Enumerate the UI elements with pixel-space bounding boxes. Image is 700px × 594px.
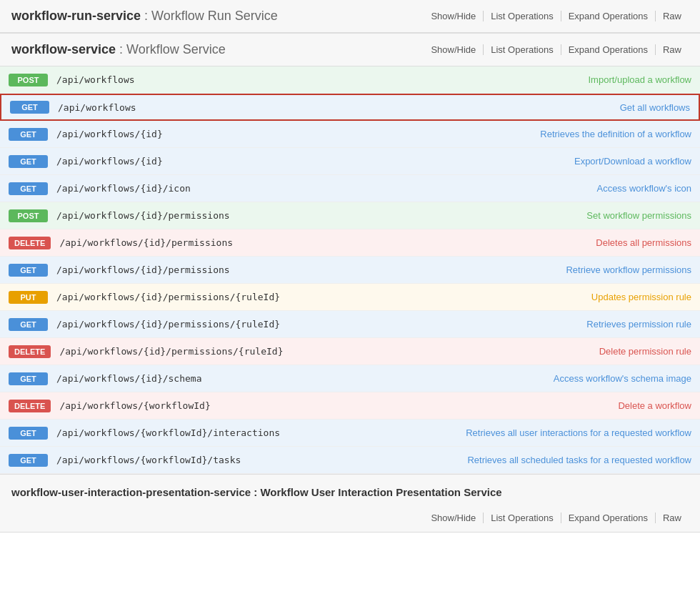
method-badge-get: GET (9, 128, 48, 141)
workflow-run-service-section: workflow-run-service : Workflow Run Serv… (0, 0, 700, 34)
operation-get-api-workflows-id-permissions-ruleid[interactable]: GET /api/workflows/{id}/permissions/{rul… (0, 311, 700, 338)
workflow-service-list-ops-link[interactable]: List Operations (484, 44, 561, 55)
footer-list-ops-link[interactable]: List Operations (484, 513, 561, 523)
footer-raw-link[interactable]: Raw (656, 513, 689, 523)
operation-path: /api/workflows/{id} (56, 129, 529, 139)
workflow-run-service-header: workflow-run-service : Workflow Run Serv… (0, 0, 700, 33)
workflow-run-service-actions: Show/Hide List Operations Expand Operati… (424, 11, 689, 21)
operation-desc: Access workflow's schema image (554, 373, 691, 384)
workflow-run-service-name-normal: Workflow Run Service (151, 9, 278, 23)
operation-desc: Delete permission rule (599, 346, 691, 357)
workflow-user-interaction-service-title: workflow-user-interaction-presentation-s… (11, 486, 689, 498)
method-badge-delete: DELETE (9, 345, 51, 358)
operation-get-api-workflows-id-schema[interactable]: GET /api/workflows/{id}/schema Access wo… (0, 365, 700, 392)
operation-delete-api-workflows-id-permissions-ruleid[interactable]: DELETE /api/workflows/{id}/permissions/{… (0, 338, 700, 365)
operation-path: /api/workflows/{id} (56, 156, 563, 167)
operation-delete-api-workflows-id-permissions[interactable]: DELETE /api/workflows/{id}/permissions D… (0, 229, 700, 257)
workflow-service-show-hide-link[interactable]: Show/Hide (424, 44, 484, 55)
workflow-service-operations: POST /api/workflows Import/upload a work… (0, 66, 700, 474)
workflow-run-service-name-colon: : (141, 9, 151, 23)
operation-desc: Retrieves all user interactions for a re… (466, 427, 691, 438)
operation-desc: Retrieve workflow permissions (566, 264, 691, 275)
operation-desc: Import/upload a workflow (588, 74, 691, 85)
method-badge-get: GET (9, 454, 48, 467)
operation-path: /api/workflows/{id}/permissions/{ruleId} (59, 346, 587, 357)
footer-service-name-normal: Workflow User Interaction Presentation S… (260, 486, 501, 498)
operation-get-api-workflows-highlighted[interactable]: GET /api/workflows Get all workflows (0, 94, 700, 121)
method-badge-get: GET (9, 318, 48, 331)
operation-desc: Access workflow's icon (596, 183, 691, 194)
workflow-service-expand-ops-link[interactable]: Expand Operations (561, 44, 656, 55)
method-badge-post: POST (9, 209, 48, 222)
workflow-service-actions: Show/Hide List Operations Expand Operati… (424, 44, 689, 55)
workflow-run-show-hide-link[interactable]: Show/Hide (424, 11, 484, 21)
workflow-service-header: workflow-service : Workflow Service Show… (0, 34, 700, 66)
operation-desc: Retrieves the definition of a workflow (540, 129, 691, 139)
method-badge-delete: DELETE (9, 400, 51, 412)
method-badge-get: GET (9, 427, 48, 440)
operation-path: /api/workflows/{id}/schema (56, 373, 542, 384)
operation-desc: Export/Download a workflow (574, 156, 691, 167)
method-badge-get: GET (9, 264, 48, 277)
workflow-user-interaction-service-title-area: workflow-user-interaction-presentation-s… (0, 475, 700, 504)
workflow-run-service-name-bold: workflow-run-service (11, 9, 141, 23)
method-badge-delete: DELETE (9, 237, 51, 249)
operation-desc: Get all workflows (620, 102, 690, 113)
operation-path: /api/workflows/{workflowId}/interactions (56, 427, 454, 438)
operation-get-api-workflows-id-export[interactable]: GET /api/workflows/{id} Export/Download … (0, 148, 700, 175)
workflow-service-title: workflow-service : Workflow Service (11, 42, 226, 57)
method-badge-get: GET (10, 101, 49, 114)
operation-desc: Retrieves permission rule (586, 319, 691, 330)
workflow-run-raw-link[interactable]: Raw (656, 11, 689, 21)
operation-path: /api/workflows/{workflowId}/tasks (56, 455, 456, 465)
workflow-run-list-ops-link[interactable]: List Operations (484, 11, 561, 21)
footer-show-hide-link[interactable]: Show/Hide (424, 513, 484, 523)
operation-get-api-workflows-id-def[interactable]: GET /api/workflows/{id} Retrieves the de… (0, 121, 700, 148)
method-badge-post: POST (9, 74, 48, 86)
footer-service-name-colon: : (251, 486, 260, 498)
workflow-service-raw-link[interactable]: Raw (656, 44, 689, 55)
workflow-run-service-title: workflow-run-service : Workflow Run Serv… (11, 9, 278, 24)
operation-get-api-workflows-id-permissions[interactable]: GET /api/workflows/{id}/permissions Retr… (0, 257, 700, 284)
operation-path: /api/workflows/{id}/permissions/{ruleId} (56, 292, 580, 302)
operation-put-api-workflows-id-permissions-ruleid[interactable]: PUT /api/workflows/{id}/permissions/{rul… (0, 284, 700, 311)
operation-delete-api-workflows-workflowid[interactable]: DELETE /api/workflows/{workflowId} Delet… (0, 392, 700, 420)
operation-path: /api/workflows/{id}/permissions (56, 264, 554, 275)
operation-path: /api/workflows (56, 74, 576, 85)
operation-post-api-workflows-id-permissions[interactable]: POST /api/workflows/{id}/permissions Set… (0, 202, 700, 229)
workflow-service-name-normal: Workflow Service (126, 42, 226, 56)
operation-path: /api/workflows/{id}/permissions (59, 237, 584, 248)
workflow-service-section: workflow-service : Workflow Service Show… (0, 34, 700, 475)
operation-path: /api/workflows (58, 102, 609, 113)
operation-desc: Retrieves all scheduled tasks for a requ… (467, 455, 691, 465)
operation-desc: Updates permission rule (591, 292, 691, 302)
operation-get-api-workflows-id-icon[interactable]: GET /api/workflows/{id}/icon Access work… (0, 175, 700, 202)
operation-path: /api/workflows/{id}/icon (56, 183, 585, 194)
workflow-service-name-bold: workflow-service (11, 42, 116, 56)
workflow-run-expand-ops-link[interactable]: Expand Operations (561, 11, 656, 21)
workflow-user-interaction-service-section: workflow-user-interaction-presentation-s… (0, 475, 700, 533)
footer-service-name-bold: workflow-user-interaction-presentation-s… (11, 486, 251, 498)
operation-post-api-workflows[interactable]: POST /api/workflows Import/upload a work… (0, 66, 700, 94)
operation-desc: Deletes all permissions (596, 237, 691, 248)
operation-path: /api/workflows/{id}/permissions (56, 210, 575, 221)
operation-path: /api/workflows/{id}/permissions/{ruleId} (56, 319, 575, 330)
footer-expand-ops-link[interactable]: Expand Operations (561, 513, 656, 523)
operation-get-api-workflows-workflowid-tasks[interactable]: GET /api/workflows/{workflowId}/tasks Re… (0, 447, 700, 474)
method-badge-put: PUT (9, 291, 48, 304)
operation-path: /api/workflows/{workflowId} (59, 400, 606, 411)
method-badge-get: GET (9, 372, 48, 385)
workflow-user-interaction-service-actions: Show/Hide List Operations Expand Operati… (0, 504, 700, 532)
workflow-service-name-colon: : (116, 42, 126, 56)
operation-desc: Set workflow permissions (586, 210, 691, 221)
method-badge-get: GET (9, 182, 48, 195)
operation-desc: Delete a workflow (618, 400, 691, 411)
operation-get-api-workflows-workflowid-interactions[interactable]: GET /api/workflows/{workflowId}/interact… (0, 420, 700, 447)
method-badge-get: GET (9, 155, 48, 168)
